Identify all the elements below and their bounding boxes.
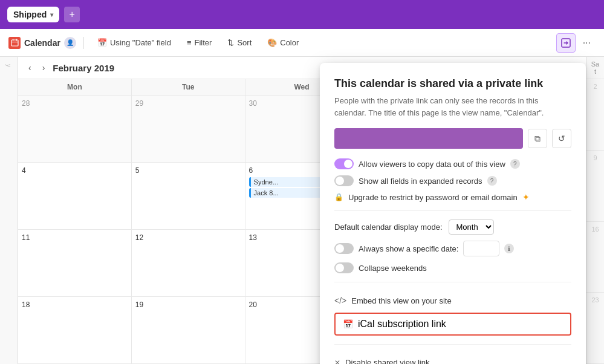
toolbar: Calendar 👤 📅 Using "Date" field ≡ Filter…	[0, 29, 604, 57]
month-title: February 2019	[53, 63, 114, 73]
disable-link[interactable]: ✕ Disable shared view link	[334, 353, 571, 364]
using-date-label: Using "Date" field	[110, 38, 171, 47]
specific-date-row: Always show a specific date: ℹ	[334, 241, 571, 256]
color-icon: 🎨	[267, 38, 277, 47]
day-cell-5[interactable]: 5	[132, 163, 245, 230]
sort-icon: ⇅	[227, 38, 234, 47]
popup-title: This calendar is shared via a private li…	[334, 77, 571, 90]
svg-rect-1	[13, 39, 13, 41]
color-button[interactable]: 🎨 Color	[261, 35, 305, 50]
specific-date-info-icon[interactable]: ℹ	[504, 244, 514, 253]
day-number: 19	[135, 301, 241, 309]
svg-rect-0	[11, 40, 18, 46]
refresh-link-button[interactable]: ↺	[552, 129, 571, 148]
copy-link-button[interactable]: ⧉	[528, 129, 547, 148]
day-number: 12	[135, 233, 241, 242]
embed-label: Embed this view on your site	[351, 296, 451, 305]
day-cell-18[interactable]: 18	[18, 297, 132, 364]
day-number: 29	[135, 99, 241, 108]
divider-3	[334, 344, 571, 345]
calendar-container: y ‹ › February 2019 Mon Tue Wed Thu Fri …	[0, 57, 604, 364]
show-fields-toggle[interactable]	[334, 175, 354, 186]
share-popup: This calendar is shared via a private li…	[320, 63, 586, 364]
ical-icon: 📅	[343, 319, 353, 329]
display-mode-label: Default calendar display mode:	[334, 223, 443, 232]
allow-copy-toggle[interactable]	[334, 158, 354, 169]
day-header-tue: Tue	[132, 79, 245, 96]
top-bar: Shipped ▾ +	[0, 0, 604, 29]
divider-2	[334, 282, 571, 282]
day-number: 11	[22, 233, 128, 242]
share-button[interactable]	[556, 33, 576, 53]
refresh-icon: ↺	[558, 134, 565, 143]
day-number: 18	[22, 301, 128, 309]
sort-button[interactable]: ⇅ Sort	[221, 35, 258, 50]
day-cell-28[interactable]: 28	[18, 96, 132, 163]
show-fields-toggle-row: Show all fields in expanded records ?	[334, 175, 571, 186]
day-header-mon: Mon	[18, 79, 132, 96]
show-fields-label: Show all fields in expanded records	[359, 177, 482, 186]
filter-icon: ≡	[187, 38, 192, 47]
lock-icon: 🔒	[334, 193, 343, 201]
link-row: ⧉ ↺	[334, 128, 571, 149]
day-cell-4[interactable]: 4	[18, 163, 132, 230]
right-header-label: Sat	[586, 57, 604, 79]
ical-subscription-box[interactable]: 📅 iCal subscription link	[334, 313, 571, 336]
day-cell-12[interactable]: 12	[132, 230, 245, 297]
divider	[334, 210, 571, 211]
add-tab-button[interactable]: +	[64, 7, 80, 22]
embed-link[interactable]: </> Embed this view on your site	[334, 291, 571, 310]
collaborator-icon: 👤	[64, 37, 76, 49]
specific-date-input[interactable]	[463, 241, 499, 256]
collapse-weekends-label: Collapse weekends	[359, 264, 427, 273]
tab-chevron-icon: ▾	[50, 11, 53, 18]
day-number: 5	[135, 166, 241, 175]
display-mode-select[interactable]: Month	[449, 219, 494, 235]
specific-date-label: Always show a specific date:	[359, 244, 458, 253]
filter-button[interactable]: ≡ Filter	[181, 35, 218, 50]
show-fields-help-icon[interactable]: ?	[487, 176, 497, 186]
day-number: 28	[22, 99, 128, 108]
upgrade-row: 🔒 Upgrade to restrict by password or ema…	[334, 192, 571, 202]
right-cell-9: 9	[586, 151, 604, 222]
shipped-label: Shipped	[13, 10, 47, 19]
copy-icon: ⧉	[534, 134, 541, 144]
day-cell-19[interactable]: 19	[132, 297, 245, 364]
right-cell-2: 2	[586, 79, 604, 151]
embed-icon: </>	[334, 296, 346, 305]
day-cell-11[interactable]: 11	[18, 230, 132, 297]
calendar-left-strip: y	[0, 57, 18, 364]
day-cell-29[interactable]: 29	[132, 96, 245, 163]
allow-copy-toggle-row: Allow viewers to copy data out of this v…	[334, 158, 571, 169]
popup-subtitle: People with the private link can only se…	[334, 95, 571, 119]
x-icon: ✕	[334, 359, 340, 365]
filter-label: Filter	[195, 38, 212, 47]
collapse-weekends-row: Collapse weekends	[334, 262, 571, 273]
toolbar-left: Calendar 👤 📅 Using "Date" field ≡ Filter…	[8, 35, 554, 50]
svg-rect-2	[16, 39, 16, 41]
allow-copy-label: Allow viewers to copy data out of this v…	[359, 160, 505, 169]
right-week-strip: Sat 2 9 16 23	[586, 57, 604, 364]
share-link-input[interactable]	[334, 128, 523, 149]
upgrade-label: Upgrade to restrict by password or email…	[348, 193, 518, 202]
specific-date-toggle[interactable]	[334, 243, 354, 254]
prev-month-button[interactable]: ‹	[25, 62, 34, 74]
more-options-button[interactable]: ···	[578, 34, 596, 51]
left-strip-label: y	[5, 64, 12, 67]
display-mode-row: Default calendar display mode: Month	[334, 219, 571, 235]
view-name-label: Calendar	[24, 38, 60, 48]
right-cell-23: 23	[586, 293, 604, 364]
right-cell-16: 16	[586, 222, 604, 293]
day-number: 4	[22, 166, 128, 175]
shipped-tab[interactable]: Shipped ▾	[7, 7, 59, 22]
using-date-field-button[interactable]: 📅 Using "Date" field	[91, 35, 177, 50]
upgrade-badge-icon: ✦	[522, 192, 530, 202]
collapse-weekends-toggle[interactable]	[334, 262, 354, 273]
toolbar-divider	[83, 37, 84, 49]
allow-copy-help-icon[interactable]: ?	[510, 159, 520, 169]
disable-label: Disable shared view link	[345, 358, 429, 364]
calendar-view-icon	[8, 37, 21, 49]
sort-label: Sort	[237, 38, 252, 47]
color-label: Color	[280, 38, 299, 47]
next-month-button[interactable]: ›	[39, 62, 48, 74]
